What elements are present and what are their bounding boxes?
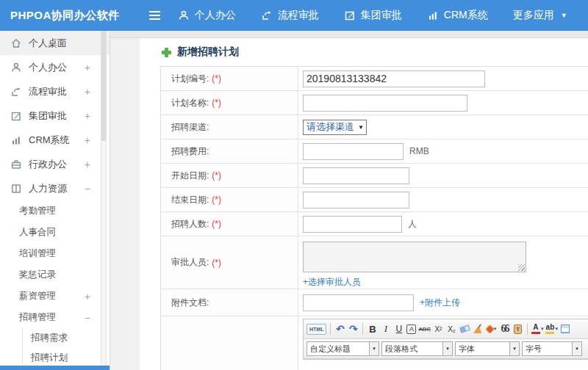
sidebar-item-workflow-approval[interactable]: 流程审批 + <box>0 79 110 104</box>
app-logo[interactable]: PHPOA协同办公软件 <box>0 9 130 23</box>
font-color-button[interactable]: A ▾ <box>531 322 544 336</box>
field-label: 附件文档: <box>171 297 209 309</box>
redo-button[interactable]: ↷ <box>348 322 359 336</box>
sidebar-item-attendance[interactable]: 考勤管理 <box>0 200 110 222</box>
briefcase-icon <box>10 159 22 170</box>
menu-toggle-icon[interactable] <box>149 11 160 20</box>
nav-personal-office[interactable]: 个人办公 <box>178 9 236 22</box>
start-date-input[interactable] <box>303 167 409 184</box>
nav-label: 个人办公 <box>195 9 236 22</box>
font-size-select[interactable]: 字号 ▾ <box>522 341 582 356</box>
cost-input[interactable] <box>303 143 404 160</box>
sidebar-item-recruit-demand[interactable]: 招聘需求 <box>23 328 110 348</box>
font-family-select[interactable]: 字体 ▾ <box>455 341 520 356</box>
nav-more-apps[interactable]: 更多应用 ▼ <box>513 9 567 22</box>
sidebar-item-training[interactable]: 培训管理 <box>0 243 110 264</box>
resize-grip-icon[interactable] <box>518 264 525 271</box>
bold-button[interactable]: B <box>367 322 378 336</box>
select-approvers-link[interactable]: +选择审批人员 <box>303 276 361 289</box>
content-panel: 新增招聘计划 计划编号: (*) 计划名称: <box>140 38 588 370</box>
nav-label: 流程审批 <box>278 9 319 22</box>
required-mark: (*) <box>212 170 221 181</box>
clear-doc-button[interactable] <box>473 322 484 336</box>
required-mark: (*) <box>212 73 221 84</box>
undo-button[interactable]: ↶ <box>334 322 345 336</box>
broom-icon <box>473 324 483 334</box>
person-icon <box>178 10 190 21</box>
top-navbar: PHPOA协同办公软件 个人办公 流程审批 集团审批 <box>0 0 588 31</box>
field-label: 计划编号: <box>171 73 209 85</box>
sidebar-item-reward-record[interactable]: 奖惩记录 <box>0 264 110 286</box>
html-source-button[interactable]: HTML <box>306 324 326 335</box>
end-date-input[interactable] <box>303 192 409 208</box>
expand-plus-icon[interactable]: + <box>85 87 90 97</box>
main-content: 新增招聘计划 计划编号: (*) 计划名称: <box>110 31 588 370</box>
sidebar-bottom-strip <box>0 366 110 370</box>
form-row-cost: 招聘费用: RMB <box>161 139 588 164</box>
caret-down-icon: ▾ <box>572 342 581 355</box>
editor-toolbar-row1: HTML ↶ ↷ B I U A ABC <box>304 319 588 339</box>
sidebar-item-hr[interactable]: 人力资源 − <box>0 176 110 200</box>
headcount-input[interactable] <box>303 216 402 233</box>
attachment-upload-link[interactable]: +附件上传 <box>420 297 460 309</box>
expand-plus-icon[interactable]: + <box>85 291 90 302</box>
plan-number-input[interactable] <box>303 70 485 87</box>
sidebar-item-personal-office[interactable]: 个人办公 + <box>0 55 110 79</box>
insert-table-button[interactable] <box>560 322 571 336</box>
clipboard-icon: T <box>514 324 522 334</box>
paragraph-format-select[interactable]: 段落格式 ▾ <box>381 341 453 356</box>
superscript-button[interactable]: X² <box>433 322 444 336</box>
person-icon <box>10 62 22 73</box>
nav-label: 集团审批 <box>361 9 402 22</box>
blockquote-button[interactable]: 66 <box>499 322 510 336</box>
expand-plus-icon[interactable]: + <box>85 135 90 145</box>
sidebar-item-group-approval[interactable]: 集团审批 + <box>0 104 110 128</box>
eraser-icon <box>459 324 470 333</box>
table-icon <box>561 324 570 333</box>
expand-plus-icon[interactable]: + <box>85 159 90 170</box>
sidebar-item-crm-system[interactable]: CRM系统 + <box>0 128 110 152</box>
collapse-minus-icon[interactable]: − <box>85 313 90 323</box>
nav-label: CRM系统 <box>444 9 488 22</box>
remove-format-button[interactable] <box>459 322 470 336</box>
collapse-minus-icon[interactable]: − <box>85 184 90 194</box>
highlight-color-button[interactable]: ab ▾ <box>545 322 558 336</box>
attachment-input[interactable] <box>303 294 414 311</box>
required-mark: (*) <box>212 195 221 205</box>
recruit-subgroup: 招聘需求 招聘计划 人才库 <box>22 328 110 370</box>
italic-button[interactable]: I <box>380 322 391 336</box>
color-bar-yellow <box>545 332 554 334</box>
top-menu: 个人办公 流程审批 集团审批 CRM系统 更多应用 <box>178 9 567 22</box>
nav-workflow-approval[interactable]: 流程审批 <box>261 9 319 22</box>
plan-name-input[interactable] <box>303 95 467 112</box>
channel-select[interactable]: 请选择渠道 ▼ <box>303 120 367 135</box>
nav-group-approval[interactable]: 集团审批 <box>344 9 402 22</box>
subscript-button[interactable]: X₂ <box>446 322 457 336</box>
magic-wand-icon <box>485 324 495 334</box>
expand-plus-icon[interactable]: + <box>85 111 90 121</box>
sidebar-item-salary[interactable]: 薪资管理 + <box>0 286 110 307</box>
sidebar-item-label: 集团审批 <box>29 109 67 123</box>
process-icon <box>10 86 22 98</box>
approvers-textarea[interactable] <box>303 242 526 272</box>
sidebar-item-desktop[interactable]: 个人桌面 <box>0 31 110 55</box>
char-border-button[interactable]: A <box>406 324 416 334</box>
sidebar-item-recruit-plan[interactable]: 招聘计划 <box>23 348 110 368</box>
home-icon <box>10 37 22 49</box>
underline-button[interactable]: U <box>393 322 404 336</box>
custom-title-select[interactable]: 自定义标题 ▾ <box>306 341 379 356</box>
sidebar-item-admin-office[interactable]: 行政办公 + <box>0 152 110 176</box>
sidebar-item-recruit-mgmt[interactable]: 招聘管理 − <box>0 307 110 328</box>
expand-plus-icon[interactable]: + <box>85 62 90 73</box>
people-suffix: 人 <box>408 218 417 231</box>
nav-crm-system[interactable]: CRM系统 <box>427 9 488 22</box>
currency-suffix: RMB <box>409 146 429 156</box>
sidebar-item-hr-contract[interactable]: 人事合同 <box>0 222 110 243</box>
page-title: 新增招聘计划 <box>162 44 588 60</box>
sidebar-item-label: CRM系统 <box>29 134 70 147</box>
auto-typeset-button[interactable]: ▾ <box>486 322 497 336</box>
sidebar-scrollbar[interactable] <box>101 31 107 370</box>
strikethrough-button[interactable]: ABC <box>418 322 430 336</box>
sidebar-item-label: 流程审批 <box>29 85 67 98</box>
paste-text-button[interactable]: T <box>512 322 523 336</box>
